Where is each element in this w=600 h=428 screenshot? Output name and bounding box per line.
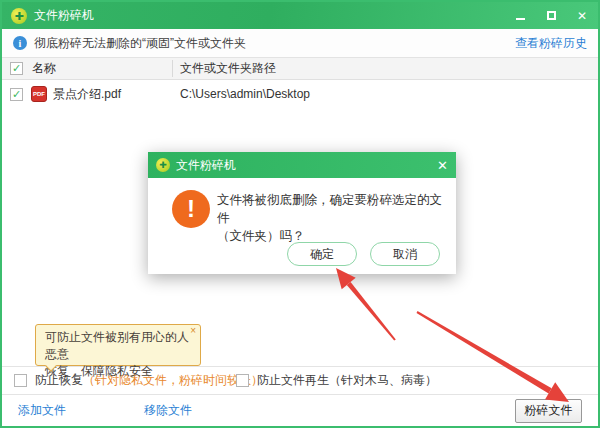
column-divider (172, 60, 173, 77)
ok-button[interactable]: 确定 (287, 242, 357, 266)
check-icon: ✓ (12, 63, 21, 74)
prevent-regeneration-note: （针对木马、病毒） (329, 372, 437, 389)
privacy-tooltip: × 可防止文件被别有用心的人恶意 恢复，保障隐私安全 (35, 324, 201, 366)
info-icon: i (13, 36, 27, 50)
prevent-recovery-checkbox[interactable] (14, 374, 27, 387)
confirm-dialog: ✚ 文件粉碎机 ✕ ! 文件将被彻底删除，确定要粉碎选定的文件 （文件夹）吗？ … (148, 152, 456, 274)
dialog-logo-plus: ✚ (159, 160, 167, 170)
window-title: 文件粉碎机 (34, 7, 94, 24)
dialog-body: ! 文件将被彻底删除，确定要粉碎选定的文件 （文件夹）吗？ 确定 取消 (148, 178, 456, 274)
file-name: 景点介绍.pdf (53, 86, 121, 103)
check-icon: ✓ (12, 89, 21, 100)
add-file-link[interactable]: 添加文件 (18, 402, 66, 419)
dialog-close-button[interactable]: ✕ (437, 158, 448, 173)
table-header: ✓ 名称 文件或文件夹路径 (2, 57, 598, 80)
view-shred-history-link[interactable]: 查看粉碎历史 (515, 35, 587, 52)
titlebar: ✚ 文件粉碎机 ✕ (2, 2, 598, 29)
dialog-message-line2: （文件夹）吗？ (217, 229, 305, 243)
row-checkbox[interactable]: ✓ (10, 88, 23, 101)
prevent-regeneration-checkbox[interactable] (236, 374, 249, 387)
dialog-titlebar: ✚ 文件粉碎机 ✕ (148, 152, 456, 178)
arrow-to-ok-button (336, 268, 396, 341)
column-header-name[interactable]: 名称 (32, 60, 56, 77)
warning-icon: ! (172, 190, 210, 228)
app-logo-icon: ✚ (11, 8, 27, 24)
prevent-regeneration-label: 防止文件再生 (257, 372, 329, 389)
file-shredder-window: ✚ 文件粉碎机 ✕ i 彻底粉碎无法删除的“顽固”文件或文件夹 查看粉碎历史 ✓… (0, 0, 600, 428)
dialog-message-line1: 文件将被彻底删除，确定要粉碎选定的文件 (217, 193, 442, 225)
app-logo-plus: ✚ (14, 8, 23, 24)
dialog-logo-icon: ✚ (156, 158, 170, 172)
file-path: C:\Users\admin\Desktop (180, 87, 310, 101)
tooltip-text-line2: 恢复，保障隐私安全 (45, 363, 191, 380)
dialog-message: 文件将被彻底删除，确定要粉碎选定的文件 （文件夹）吗？ (217, 191, 445, 245)
info-icon-glyph: i (19, 38, 22, 49)
shred-file-button[interactable]: 粉碎文件 (515, 399, 582, 423)
info-bar: i 彻底粉碎无法删除的“顽固”文件或文件夹 查看粉碎历史 (2, 29, 598, 57)
window-controls: ✕ (513, 9, 589, 23)
tooltip-close-icon[interactable]: × (190, 325, 196, 337)
tooltip-text-line1: 可防止文件被别有用心的人恶意 (45, 329, 191, 363)
maximize-icon (547, 11, 556, 20)
remove-file-link[interactable]: 移除文件 (144, 402, 192, 419)
pdf-file-icon: PDF (31, 86, 47, 102)
option-prevent-regeneration[interactable]: 防止文件再生 （针对木马、病毒） (236, 372, 437, 389)
dialog-buttons: 确定 取消 (287, 242, 440, 266)
select-all-checkbox[interactable]: ✓ (10, 62, 23, 75)
column-header-path[interactable]: 文件或文件夹路径 (180, 60, 276, 77)
maximize-button[interactable] (544, 9, 558, 23)
minimize-button[interactable] (513, 9, 527, 23)
warning-exclamation: ! (187, 195, 195, 223)
dialog-title: 文件粉碎机 (176, 157, 236, 174)
footer-bar: 添加文件 移除文件 粉碎文件 (2, 394, 598, 426)
close-button[interactable]: ✕ (575, 9, 589, 23)
cancel-button[interactable]: 取消 (370, 242, 440, 266)
minimize-icon (516, 18, 525, 20)
table-row[interactable]: ✓ PDF 景点介绍.pdf C:\Users\admin\Desktop (2, 81, 598, 107)
pdf-icon-label: PDF (33, 91, 45, 97)
info-text: 彻底粉碎无法删除的“顽固”文件或文件夹 (34, 35, 246, 52)
